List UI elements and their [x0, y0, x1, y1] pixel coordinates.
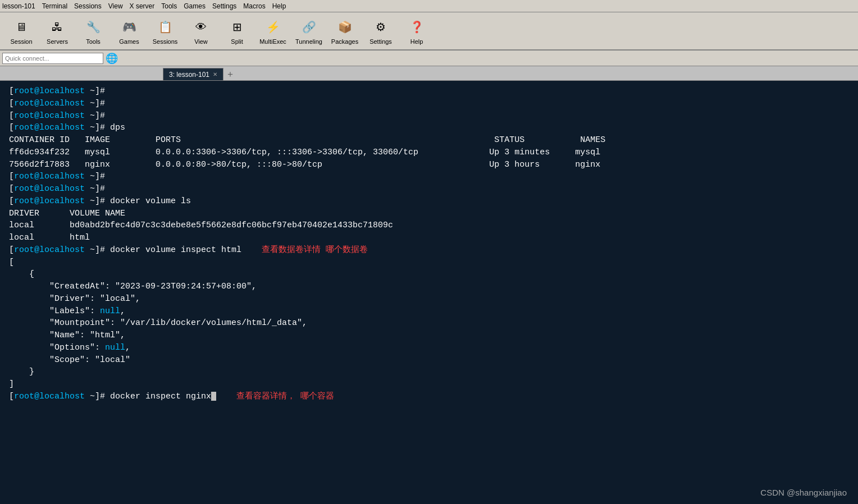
toolbar-tunneling[interactable]: 🔗 Tunneling [292, 15, 326, 47]
menu-terminal[interactable]: Terminal [42, 2, 67, 10]
toolbar-settings-label: Settings [369, 38, 392, 45]
view-icon: 👁 [191, 17, 211, 37]
tunneling-icon: 🔗 [299, 17, 319, 37]
session-icon: 🖥 [11, 17, 31, 37]
menu-view[interactable]: View [108, 2, 123, 10]
quick-bar: 🌐 [0, 51, 858, 66]
toolbar-multiexec[interactable]: ⚡ MultiExec [256, 15, 290, 47]
close-icon[interactable]: ✕ [213, 71, 217, 77]
packages-icon: 📦 [335, 17, 355, 37]
menu-help[interactable]: Help [272, 2, 286, 10]
toolbar-servers-label: Servers [47, 38, 68, 45]
terminal[interactable]: [root@localhost ~]# [root@localhost ~]# … [0, 81, 858, 504]
toolbar-session[interactable]: 🖥 Session [4, 15, 38, 47]
toolbar-split[interactable]: ⊞ Split [220, 15, 254, 47]
menu-settings[interactable]: Settings [212, 2, 236, 10]
menu-sessions[interactable]: Sessions [74, 2, 102, 10]
globe-icon: 🌐 [106, 52, 118, 65]
toolbar-session-label: Session [10, 38, 32, 45]
menu-xserver[interactable]: X server [130, 2, 155, 10]
tab-lesson101[interactable]: 3: lesson-101 ✕ [163, 68, 223, 80]
toolbar-help-label: Help [410, 38, 423, 45]
watermark: CSDN @shangxianjiao [760, 488, 847, 497]
toolbar-view[interactable]: 👁 View [184, 15, 218, 47]
window-title: lesson-101 [2, 2, 35, 10]
servers-icon: 🖧 [47, 17, 67, 37]
toolbar-tunneling-label: Tunneling [295, 38, 322, 45]
new-tab-icon[interactable]: ＋ [226, 68, 235, 80]
games-icon: 🎮 [119, 17, 139, 37]
toolbar-games-label: Games [119, 38, 139, 45]
toolbar-sessions-label: Sessions [153, 38, 178, 45]
tools-icon: 🔧 [83, 17, 103, 37]
toolbar-tools-label: Tools [86, 38, 101, 45]
sessions-icon: 📋 [155, 17, 175, 37]
help-icon: ❓ [407, 17, 427, 37]
toolbar-sessions[interactable]: 📋 Sessions [148, 15, 182, 47]
toolbar-split-label: Split [231, 38, 243, 45]
tab-label: 3: lesson-101 [169, 71, 209, 79]
toolbar-view-label: View [194, 38, 208, 45]
tab-bar: 3: lesson-101 ✕ ＋ [0, 66, 858, 81]
menu-games[interactable]: Games [184, 2, 206, 10]
settings-icon: ⚙ [371, 17, 391, 37]
toolbar-games[interactable]: 🎮 Games [112, 15, 146, 47]
toolbar: 🖥 Session 🖧 Servers 🔧 Tools 🎮 Games 📋 Se… [0, 12, 858, 51]
menu-bar: lesson-101 Terminal Sessions View X serv… [0, 0, 858, 12]
menu-tools[interactable]: Tools [161, 2, 177, 10]
multiexec-icon: ⚡ [263, 17, 283, 37]
toolbar-settings[interactable]: ⚙ Settings [364, 15, 398, 47]
terminal-content: [root@localhost ~]# [root@localhost ~]# … [9, 85, 849, 403]
quick-connect-input[interactable] [2, 53, 103, 64]
toolbar-help[interactable]: ❓ Help [400, 15, 433, 47]
toolbar-packages-label: Packages [331, 38, 358, 45]
toolbar-tools[interactable]: 🔧 Tools [76, 15, 110, 47]
toolbar-multiexec-label: MultiExec [259, 38, 286, 45]
toolbar-servers[interactable]: 🖧 Servers [40, 15, 74, 47]
split-icon: ⊞ [227, 17, 247, 37]
toolbar-packages[interactable]: 📦 Packages [328, 15, 362, 47]
menu-macros[interactable]: Macros [243, 2, 265, 10]
